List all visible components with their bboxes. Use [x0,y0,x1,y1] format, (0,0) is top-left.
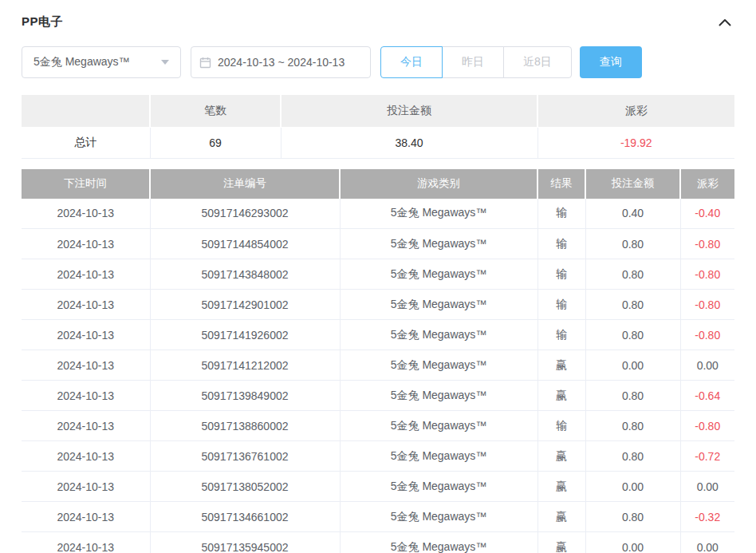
game-type-cell: 5金兔 Megaways™ [340,532,537,553]
bet-amount-cell: 0.80 [585,441,680,472]
record-row: 2024-10-13509171429010025金兔 Megaways™输0.… [22,290,734,320]
game-type-cell: 5金兔 Megaways™ [340,259,537,290]
query-button[interactable]: 查询 [580,46,642,78]
bet-amount-cell: 0.00 [585,472,680,502]
result-cell: 输 [537,320,585,350]
bet-amount-cell: 0.80 [585,411,680,441]
pp-games-panel: PP电子 5金兔 Megaways™ 2024-10-13 ~ 2024-10-… [0,0,756,553]
record-row: 2024-10-13509171419260025金兔 Megaways™输0.… [22,320,734,350]
summary-header-count: 笔数 [150,95,281,127]
last-8-days-button[interactable]: 近8日 [503,46,572,78]
game-select-value: 5金兔 Megaways™ [33,55,130,69]
date-range-value: 2024-10-13 ~ 2024-10-13 [218,56,345,69]
record-row: 2024-10-13509171438480025金兔 Megaways™输0.… [22,259,734,290]
order-id-cell: 50917135945002 [150,532,340,553]
record-row: 2024-10-13509171398490025金兔 Megaways™赢0.… [22,381,734,411]
summary-header-row: 笔数 投注金额 派彩 [22,95,734,127]
order-id-cell: 50917143848002 [150,259,340,290]
panel-title: PP电子 [22,14,63,30]
order-id-cell: 50917138052002 [150,472,340,502]
game-type-cell: 5金兔 Megaways™ [340,290,537,320]
summary-header-payout: 派彩 [537,95,734,127]
yesterday-button[interactable]: 昨日 [442,46,504,78]
payout-cell: 0.00 [680,350,734,381]
game-type-cell: 5金兔 Megaways™ [340,472,537,502]
bet-time-cell: 2024-10-13 [22,411,150,441]
bet-amount-cell: 0.80 [585,381,680,411]
summary-total-label: 总计 [22,127,150,158]
result-cell: 赢 [537,502,585,532]
summary-header-empty [22,95,150,127]
bet-time-cell: 2024-10-13 [22,532,150,553]
payout-cell: 0.00 [680,532,734,553]
game-type-cell: 5金兔 Megaways™ [340,441,537,472]
record-row: 2024-10-13509171462930025金兔 Megaways™输0.… [22,199,734,229]
quick-date-button-group: 今日 昨日 近8日 [380,46,572,78]
payout-cell: -0.72 [680,441,734,472]
bet-amount-cell: 0.00 [585,350,680,381]
bet-time-cell: 2024-10-13 [22,350,150,381]
record-row: 2024-10-13509171346610025金兔 Megaways™赢0.… [22,502,734,532]
payout-cell: -0.80 [680,229,734,259]
summary-total-row: 总计 69 38.40 -19.92 [22,127,734,158]
bet-time-cell: 2024-10-13 [22,320,150,350]
date-range-input[interactable]: 2024-10-13 ~ 2024-10-13 [191,46,371,78]
result-cell: 赢 [537,532,585,553]
records-table: 下注时间 注单编号 游戏类别 结果 投注金额 派彩 2024-10-135091… [22,169,734,553]
bet-amount-cell: 0.40 [585,199,680,229]
order-id-cell: 50917139849002 [150,381,340,411]
record-row: 2024-10-13509171448540025金兔 Megaways™输0.… [22,229,734,259]
bet-amount-cell: 0.80 [585,290,680,320]
header-result: 结果 [537,169,585,199]
result-cell: 输 [537,229,585,259]
header-payout: 派彩 [680,169,734,199]
order-id-cell: 50917134661002 [150,502,340,532]
game-type-cell: 5金兔 Megaways™ [340,229,537,259]
bet-time-cell: 2024-10-13 [22,290,150,320]
bet-time-cell: 2024-10-13 [22,441,150,472]
bet-amount-cell: 0.80 [585,259,680,290]
summary-table: 笔数 投注金额 派彩 总计 69 38.40 -19.92 [22,95,734,159]
result-cell: 输 [537,199,585,229]
header-bet-amount: 投注金额 [585,169,680,199]
record-row: 2024-10-13509171412120025金兔 Megaways™赢0.… [22,350,734,381]
summary-total-bet-amount: 38.40 [281,127,537,158]
order-id-cell: 50917142901002 [150,290,340,320]
payout-cell: 0.00 [680,472,734,502]
game-select[interactable]: 5金兔 Megaways™ [22,46,181,78]
order-id-cell: 50917136761002 [150,441,340,472]
summary-total-count: 69 [150,127,281,158]
payout-cell: -0.80 [680,411,734,441]
record-row: 2024-10-13509171359450025金兔 Megaways™赢0.… [22,532,734,553]
header-game-type: 游戏类别 [340,169,537,199]
filter-bar: 5金兔 Megaways™ 2024-10-13 ~ 2024-10-13 今日… [22,46,734,78]
bet-time-cell: 2024-10-13 [22,229,150,259]
payout-cell: -0.64 [680,381,734,411]
bet-time-cell: 2024-10-13 [22,199,150,229]
bet-amount-cell: 0.80 [585,320,680,350]
order-id-cell: 50917144854002 [150,229,340,259]
chevron-up-icon [719,18,731,26]
bet-amount-cell: 0.80 [585,229,680,259]
bet-amount-cell: 0.80 [585,502,680,532]
header-bet-time: 下注时间 [22,169,150,199]
calendar-icon [199,57,211,69]
result-cell: 赢 [537,350,585,381]
payout-cell: -0.80 [680,290,734,320]
payout-cell: -0.80 [680,259,734,290]
record-row: 2024-10-13509171380520025金兔 Megaways™赢0.… [22,472,734,502]
payout-cell: -0.32 [680,502,734,532]
bet-time-cell: 2024-10-13 [22,259,150,290]
order-id-cell: 50917146293002 [150,199,340,229]
summary-total-payout: -19.92 [537,127,734,158]
order-id-cell: 50917141212002 [150,350,340,381]
record-row: 2024-10-13509171367610025金兔 Megaways™赢0.… [22,441,734,472]
game-type-cell: 5金兔 Megaways™ [340,320,537,350]
collapse-button[interactable] [715,17,734,28]
order-id-cell: 50917138860002 [150,411,340,441]
header-order-id: 注单编号 [150,169,340,199]
game-type-cell: 5金兔 Megaways™ [340,411,537,441]
game-type-cell: 5金兔 Megaways™ [340,350,537,381]
result-cell: 赢 [537,472,585,502]
today-button[interactable]: 今日 [380,46,443,78]
